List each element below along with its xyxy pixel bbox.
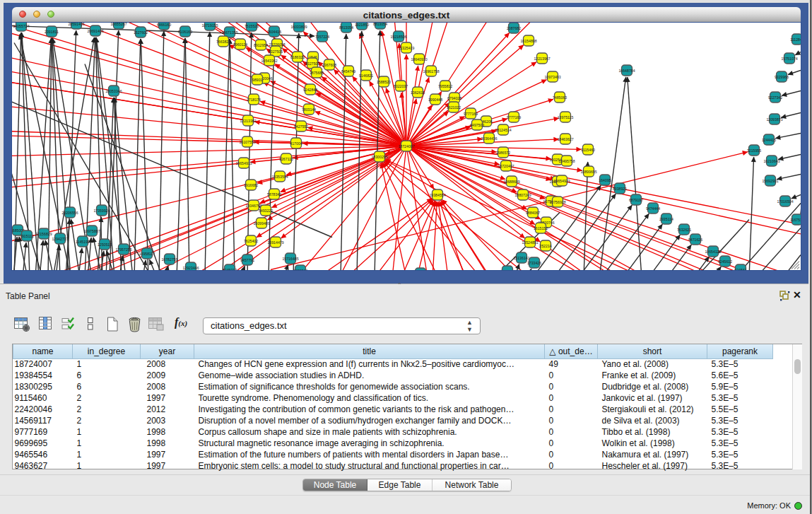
svg-text:1292344: 1292344 <box>293 268 307 269</box>
svg-text:2718176: 2718176 <box>247 97 261 101</box>
svg-text:7663822: 7663822 <box>216 39 230 43</box>
svg-text:16107553: 16107553 <box>239 139 255 144</box>
svg-text:12942737: 12942737 <box>52 236 68 240</box>
svg-text:9146821: 9146821 <box>359 73 373 77</box>
svg-text:1250513: 1250513 <box>98 242 112 246</box>
svg-text:18724007: 18724007 <box>398 144 414 148</box>
svg-text:18463627: 18463627 <box>557 136 573 141</box>
svg-text:13975115: 13975115 <box>558 115 574 119</box>
svg-text:16543362: 16543362 <box>261 58 277 62</box>
svg-text:16782759: 16782759 <box>161 257 177 261</box>
svg-text:1621022: 1621022 <box>447 105 461 109</box>
svg-text:1588520: 1588520 <box>377 79 391 83</box>
svg-text:9327505: 9327505 <box>305 61 319 65</box>
svg-text:1733426: 1733426 <box>527 260 541 264</box>
svg-text:8938921: 8938921 <box>613 186 627 190</box>
svg-text:7515526: 7515526 <box>245 23 259 28</box>
svg-text:15716485: 15716485 <box>282 256 298 260</box>
svg-text:164095: 164095 <box>599 177 611 182</box>
svg-text:8912954: 8912954 <box>254 42 268 47</box>
svg-text:2087682: 2087682 <box>507 25 521 30</box>
svg-text:1615152: 1615152 <box>534 226 548 230</box>
svg-text:3267110: 3267110 <box>279 156 293 160</box>
svg-text:10688609: 10688609 <box>503 179 519 183</box>
svg-text:8471626: 8471626 <box>688 237 702 241</box>
svg-text:12923446: 12923446 <box>182 265 199 269</box>
svg-text:9327505: 9327505 <box>269 49 283 53</box>
svg-text:10973493: 10973493 <box>544 74 560 78</box>
svg-text:16671355: 16671355 <box>221 30 237 34</box>
svg-text:9245013: 9245013 <box>223 267 237 269</box>
svg-text:11325419: 11325419 <box>399 45 415 49</box>
svg-text:9884067: 9884067 <box>526 210 540 214</box>
svg-text:9115460: 9115460 <box>581 147 595 151</box>
svg-text:1990448: 1990448 <box>428 97 442 101</box>
svg-text:20591406: 20591406 <box>68 23 84 26</box>
svg-text:1362615: 1362615 <box>411 90 425 94</box>
svg-text:16033809: 16033809 <box>290 24 307 28</box>
svg-text:9604416: 9604416 <box>267 29 281 33</box>
svg-text:924561: 924561 <box>734 267 746 269</box>
svg-text:12213967: 12213967 <box>534 56 550 60</box>
svg-text:19654913: 19654913 <box>235 160 252 165</box>
svg-text:12093873: 12093873 <box>766 117 782 121</box>
svg-text:13524851: 13524851 <box>522 240 538 244</box>
svg-text:8322037: 8322037 <box>394 83 408 88</box>
svg-text:417004: 417004 <box>290 141 302 145</box>
svg-text:10899695: 10899695 <box>580 169 596 173</box>
svg-text:7485063: 7485063 <box>553 95 567 99</box>
svg-text:9777169: 9777169 <box>507 115 521 119</box>
svg-text:1916682: 1916682 <box>244 182 258 187</box>
svg-text:15136141: 15136141 <box>513 255 529 259</box>
svg-text:14055724: 14055724 <box>13 23 29 28</box>
svg-text:7625402: 7625402 <box>244 238 258 243</box>
svg-text:9227342: 9227342 <box>768 95 782 99</box>
svg-text:10756928: 10756928 <box>549 199 565 204</box>
svg-text:19384554: 19384554 <box>429 192 445 197</box>
svg-text:1112841: 1112841 <box>790 37 801 41</box>
svg-text:16210643: 16210643 <box>763 158 779 163</box>
svg-text:1921850: 1921850 <box>355 23 369 27</box>
svg-text:10654122: 10654122 <box>705 249 721 253</box>
svg-text:2935114: 2935114 <box>659 216 673 221</box>
svg-text:5878342: 5878342 <box>267 192 281 196</box>
svg-text:15692901: 15692901 <box>762 178 778 182</box>
svg-text:98901: 98901 <box>252 77 263 81</box>
svg-text:20364436: 20364436 <box>481 136 497 140</box>
svg-text:8454749: 8454749 <box>341 69 355 73</box>
svg-text:1167534: 1167534 <box>790 217 801 221</box>
svg-text:20206556: 20206556 <box>61 210 78 214</box>
svg-text:7803144: 7803144 <box>302 107 316 111</box>
svg-text:1244415: 1244415 <box>762 137 776 141</box>
svg-text:28053346: 28053346 <box>105 88 122 93</box>
svg-text:9457791: 9457791 <box>240 257 254 262</box>
svg-text:3215955: 3215955 <box>747 148 761 152</box>
svg-text:3875685: 3875685 <box>310 70 324 74</box>
svg-text:9245612: 9245612 <box>718 259 732 263</box>
svg-text:8813054: 8813054 <box>373 23 387 26</box>
svg-text:10958117: 10958117 <box>139 251 155 255</box>
svg-text:13495758: 13495758 <box>558 158 575 163</box>
svg-text:17957255: 17957255 <box>115 247 131 251</box>
svg-text:18640910: 18640910 <box>411 57 427 61</box>
svg-text:17359924: 17359924 <box>93 208 110 212</box>
svg-text:8186323: 8186323 <box>290 54 305 59</box>
svg-text:1145193: 1145193 <box>76 239 90 243</box>
svg-text:15720407: 15720407 <box>498 163 514 168</box>
svg-text:2367608: 2367608 <box>322 62 336 66</box>
svg-text:9242848: 9242848 <box>303 87 317 91</box>
svg-text:19654923: 19654923 <box>553 178 570 182</box>
svg-text:16099489: 16099489 <box>253 221 269 225</box>
svg-text:9329966: 9329966 <box>775 74 789 78</box>
svg-text:6879197: 6879197 <box>629 197 643 201</box>
svg-text:8427552: 8427552 <box>294 124 308 128</box>
svg-text:17016504: 17016504 <box>777 199 793 203</box>
svg-text:8813054: 8813054 <box>339 25 353 29</box>
svg-text:19218506: 19218506 <box>390 34 406 38</box>
svg-text:12213382: 12213382 <box>240 118 256 122</box>
svg-text:9474444: 9474444 <box>646 206 660 210</box>
svg-text:18124514: 18124514 <box>495 127 511 132</box>
svg-text:5493222: 5493222 <box>259 208 273 212</box>
svg-text:12156829: 12156829 <box>35 231 52 235</box>
svg-text:3915112: 3915112 <box>20 233 34 238</box>
